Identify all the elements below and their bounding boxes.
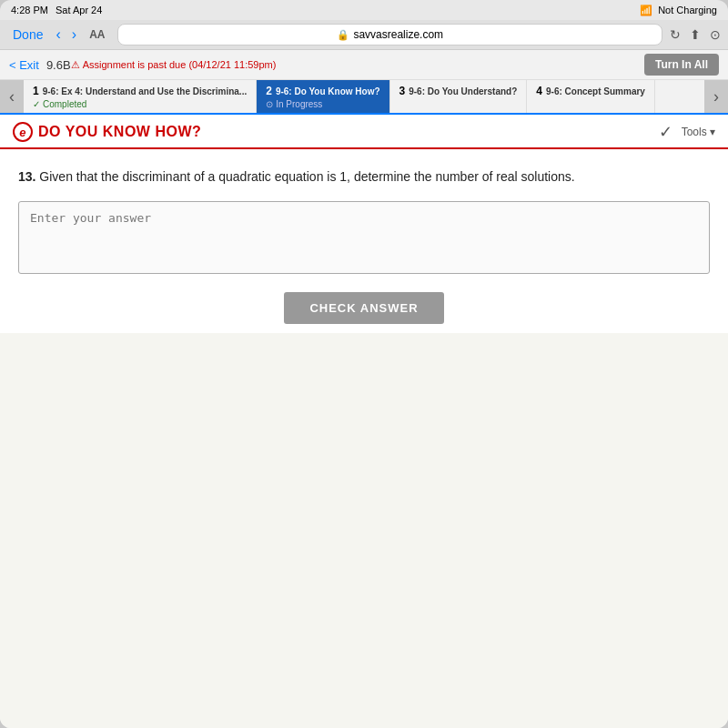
e-logo: e [13,122,33,142]
browser-top-bar: Done ‹ › AA 🔒 savvasrealize.com ↻ ⬆ ⊙ [0,20,728,49]
question-number: 13. [18,169,35,184]
share-icon[interactable]: ⬆ [690,27,701,42]
section-code: 9.6B [46,58,71,72]
browser-done-button[interactable]: Done [7,25,48,44]
step-3-title: 9-6: Do You Understand? [409,86,517,96]
checkmark-button[interactable]: ✓ [659,122,672,142]
step-2-title: 9-6: Do You Know How? [276,86,380,96]
content-area: e DO YOU KNOW HOW? ✓ Tools ▾ 13. Given t… [0,115,728,728]
question-body: Given that the discriminant of a quadrat… [39,169,574,184]
section-header: e DO YOU KNOW HOW? ✓ Tools ▾ [0,115,728,149]
step-2-clock-icon: ⊙ [266,99,273,109]
steps-forward-button[interactable]: › [704,80,728,113]
browser-chrome: Done ‹ › AA 🔒 savvasrealize.com ↻ ⬆ ⊙ [0,20,728,50]
url-text: savvasrealize.com [353,28,443,41]
step-1-number: 1 [33,85,39,97]
step-2-status: ⊙ In Progress [266,99,379,109]
steps-back-button[interactable]: ‹ [0,80,24,113]
section-title-container: e DO YOU KNOW HOW? [13,122,201,142]
tools-button[interactable]: Tools ▾ [682,126,715,138]
wifi-icon: 📶 [640,5,652,16]
step-1-status: ✓ Completed [33,99,247,109]
step-1-title: 9-6: Ex 4: Understand and Use the Discri… [43,86,248,96]
browser-back-button[interactable]: ‹ [52,25,64,44]
bottom-area [0,333,728,728]
step-item-4[interactable]: 4 9-6: Concept Summary [527,80,655,113]
exit-button[interactable]: < Exit [9,58,39,72]
lock-icon: 🔒 [337,29,349,41]
warning-icon: ⚠ [71,59,80,71]
step-item-3[interactable]: 3 9-6: Do You Understand? [390,80,528,113]
browser-nav: Done ‹ › AA [7,25,110,44]
step-4-title: 9-6: Concept Summary [546,86,645,96]
app-toolbar: < Exit 9.6B ⚠ Assignment is past due (04… [0,50,728,80]
status-day: Sat Apr 24 [56,5,102,15]
answer-input[interactable] [18,201,710,274]
toolbar-center: ⚠ Assignment is past due (04/12/21 11:59… [71,59,644,71]
toolbar-left: < Exit 9.6B [9,58,71,72]
device-frame: 4:28 PM Sat Apr 24 📶 Not Charging Done ‹… [0,0,728,728]
assignment-notice: ⚠ Assignment is past due (04/12/21 11:59… [71,59,644,71]
bookmark-icon[interactable]: ⊙ [710,27,721,42]
check-answer-button[interactable]: CHECK ANSWER [284,292,443,324]
reload-icon[interactable]: ↻ [670,27,681,42]
section-title: DO YOU KNOW HOW? [38,124,201,140]
question-text: 13. Given that the discriminant of a qua… [18,167,710,187]
browser-forward-button[interactable]: › [68,25,80,44]
step-item-1[interactable]: 1 9-6: Ex 4: Understand and Use the Disc… [24,80,257,113]
status-bar: 4:28 PM Sat Apr 24 📶 Not Charging [0,0,728,20]
section-tools: ✓ Tools ▾ [659,122,715,142]
step-2-number: 2 [266,85,272,97]
status-time: 4:28 PM [11,5,48,15]
question-area: 13. Given that the discriminant of a qua… [0,149,728,333]
step-item-2[interactable]: 2 9-6: Do You Know How? ⊙ In Progress [257,80,389,113]
step-1-check-icon: ✓ [33,99,40,109]
step-3-number: 3 [399,85,406,97]
browser-actions: ↻ ⬆ ⊙ [670,27,721,42]
turn-in-all-button[interactable]: Turn In All [644,54,719,76]
step-4-number: 4 [536,85,542,97]
steps-bar: ‹ 1 9-6: Ex 4: Understand and Use the Di… [0,80,728,115]
charging-status: Not Charging [658,5,717,15]
url-bar[interactable]: 🔒 savvasrealize.com [117,24,662,46]
browser-aa-button[interactable]: AA [84,26,110,43]
